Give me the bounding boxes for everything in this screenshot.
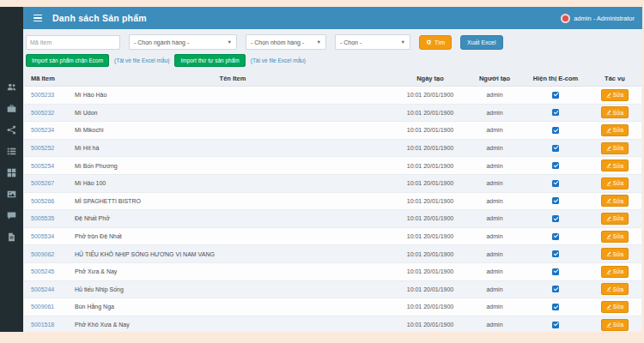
search-input[interactable] <box>26 35 120 50</box>
edit-button[interactable]: Sửa <box>601 124 629 136</box>
edit-button[interactable]: Sửa <box>601 89 629 101</box>
edit-button[interactable]: Sửa <box>601 231 629 243</box>
edit-button[interactable]: Sửa <box>601 301 629 313</box>
edit-icon <box>606 163 611 168</box>
edit-button[interactable]: Sửa <box>601 213 629 225</box>
excel-template-link-2[interactable]: (Tải về file Excel mẫu) <box>251 57 306 63</box>
import-ecom-button[interactable]: Import sản phẩm chặn Ecom <box>26 54 109 67</box>
edit-button[interactable]: Sửa <box>601 178 629 190</box>
edit-icon <box>606 181 611 186</box>
chevron-down-icon: ▼ <box>228 39 232 45</box>
ecom-checkbox[interactable] <box>552 127 559 134</box>
item-code-link[interactable]: 5005232 <box>24 104 71 122</box>
ecom-checkbox[interactable] <box>552 162 559 169</box>
item-code-link[interactable]: 5005244 <box>24 280 71 298</box>
item-code-link[interactable]: 5005267 <box>24 174 71 192</box>
created-by: admin <box>466 104 523 122</box>
filter-bar: - Chọn ngành hàng - ▼ - Chọn nhóm hàng -… <box>24 29 641 54</box>
item-code-link[interactable]: 5005266 <box>24 192 71 210</box>
ecom-checkbox[interactable] <box>552 268 559 275</box>
ecom-checkbox[interactable] <box>552 197 559 204</box>
ecom-checkbox[interactable] <box>552 233 559 240</box>
grid-icon[interactable] <box>7 168 16 178</box>
edit-button[interactable]: Sửa <box>601 195 629 207</box>
created-date: 10:01 20/01/1900 <box>394 298 466 316</box>
ecom-checkbox[interactable] <box>552 180 559 187</box>
edit-button[interactable]: Sửa <box>601 266 629 278</box>
ecom-checkbox[interactable] <box>552 304 559 310</box>
item-name: Hủ tiếu Nhịp Sống <box>71 280 394 298</box>
category-select[interactable]: - Chọn ngành hàng - ▼ <box>129 34 237 50</box>
item-code-link[interactable]: 5005245 <box>24 262 71 280</box>
edit-button[interactable]: Sửa <box>601 319 629 331</box>
item-name: Mì Mikochi <box>71 122 394 140</box>
user-menu[interactable]: admin - Administrator <box>561 14 635 23</box>
group-select[interactable]: - Chọn nhóm hàng - ▼ <box>246 34 326 50</box>
item-name: Phở Khô Xưa & Nay <box>71 316 394 332</box>
table-row: 5005252 Mì Hít hà 10:01 20/01/1900 admin… <box>24 139 641 157</box>
edit-button-label: Sửa <box>613 127 623 133</box>
item-code-link[interactable]: 5005252 <box>24 139 71 157</box>
sidebar <box>0 7 23 332</box>
created-date: 10:01 20/01/1900 <box>394 316 466 332</box>
briefcase-icon[interactable] <box>7 104 16 113</box>
table-row: 5005535 Đệ Nhất Phở 10:01 20/01/1900 adm… <box>24 210 641 228</box>
created-by: admin <box>466 227 523 245</box>
excel-template-link-1[interactable]: (Tải về file Excel mẫu) <box>114 57 169 63</box>
menu-toggle-icon[interactable] <box>33 15 42 22</box>
item-code-link[interactable]: 5005535 <box>24 210 71 228</box>
item-code-link[interactable]: 5001518 <box>24 316 71 332</box>
other-select[interactable]: - Chọn - ▼ <box>335 34 410 50</box>
edit-button[interactable]: Sửa <box>601 248 629 260</box>
category-select-value: - Chọn ngành hàng - <box>134 39 189 45</box>
ecom-checkbox[interactable] <box>552 109 559 116</box>
ecom-checkbox[interactable] <box>552 250 559 257</box>
created-date: 10:01 20/01/1900 <box>394 174 466 192</box>
table-row: 5005244 Hủ tiếu Nhịp Sống 10:01 20/01/19… <box>24 280 641 298</box>
share-icon[interactable] <box>7 125 16 135</box>
created-by: admin <box>466 87 523 105</box>
list-icon[interactable] <box>7 147 16 156</box>
created-by: admin <box>466 280 523 298</box>
edit-button-label: Sửa <box>613 180 623 186</box>
edit-icon <box>606 216 611 221</box>
import-order-button[interactable]: Import thứ tự sản phẩm <box>174 54 245 67</box>
edit-button[interactable]: Sửa <box>601 283 629 295</box>
edit-button[interactable]: Sửa <box>601 159 629 172</box>
import-bar: Import sản phẩm chặn Ecom (Tải về file E… <box>24 54 641 72</box>
edit-button-label: Sửa <box>613 304 623 310</box>
item-code-link[interactable]: 5005233 <box>24 87 71 105</box>
edit-button[interactable]: Sửa <box>601 142 629 154</box>
ecom-checkbox[interactable] <box>552 286 559 292</box>
edit-button[interactable]: Sửa <box>601 106 629 118</box>
search-button[interactable]: Tìm <box>419 35 452 50</box>
products-table: Mã Item Tên Item Ngày tạo Người tạo Hiện… <box>24 72 641 332</box>
image-icon[interactable] <box>7 190 16 199</box>
ecom-checkbox[interactable] <box>552 145 559 152</box>
search-icon <box>426 39 432 45</box>
other-select-value: - Chọn - <box>340 39 361 45</box>
item-name: Mì Bốn Phương <box>71 157 394 175</box>
ecom-checkbox[interactable] <box>552 322 559 328</box>
search-button-label: Tìm <box>434 39 445 45</box>
item-code-link[interactable]: 5009062 <box>24 245 71 263</box>
item-code-link[interactable]: 5005234 <box>24 122 71 140</box>
created-by: admin <box>466 316 523 332</box>
comment-icon[interactable] <box>7 211 16 220</box>
item-name: Đệ Nhất Phở <box>71 210 394 228</box>
group-select-value: - Chọn nhóm hàng - <box>251 39 304 45</box>
ecom-checkbox[interactable] <box>552 215 559 222</box>
edit-icon <box>606 322 611 328</box>
file-icon[interactable] <box>7 232 16 242</box>
item-code-link[interactable]: 5005534 <box>24 227 71 245</box>
users-icon[interactable] <box>7 82 16 92</box>
ecom-checkbox[interactable] <box>552 92 559 99</box>
item-code-link[interactable]: 5005254 <box>24 157 71 175</box>
edit-icon <box>606 93 611 98</box>
export-excel-button[interactable]: Xuất Excel <box>460 35 502 50</box>
column-header-date: Ngày tạo <box>394 72 466 87</box>
table-row: 5005266 MÌ SPAGHETTI BISTRO 10:01 20/01/… <box>24 192 641 210</box>
item-code-link[interactable]: 5009061 <box>24 298 71 316</box>
item-name: Phở trộn Đệ Nhất <box>71 227 394 245</box>
edit-icon <box>606 110 611 115</box>
